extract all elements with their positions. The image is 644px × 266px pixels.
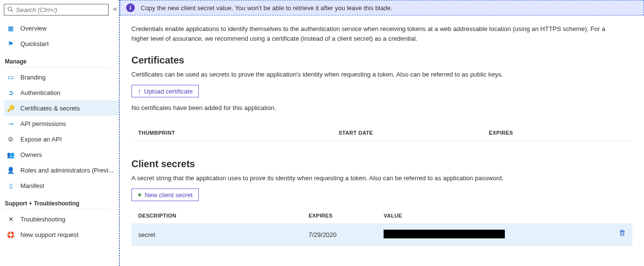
owners-icon: 👥 — [6, 151, 16, 158]
notice-text: Copy the new client secret value. You wo… — [141, 4, 392, 12]
sidebar-item-label: Authentication — [20, 89, 60, 96]
sidebar-item-label: Roles and administrators (Previ... — [20, 167, 113, 174]
col-expires: EXPIRES — [482, 125, 632, 141]
svg-line-1 — [11, 10, 13, 12]
sidebar-item-label: Manifest — [20, 182, 44, 189]
troubleshooting-icon: ✕ — [6, 216, 16, 223]
expose-api-icon: ⚙ — [6, 136, 16, 143]
certificates-empty-msg: No certificates have been added for this… — [131, 104, 632, 111]
api-permissions-icon: ⊸ — [6, 120, 16, 127]
secret-expires: 7/29/2020 — [302, 224, 377, 246]
sidebar-item-manifest[interactable]: ▯ Manifest — [4, 178, 119, 193]
sidebar-item-roles[interactable]: 👤 Roles and administrators (Previ... — [4, 162, 119, 178]
sidebar-item-label: Branding — [20, 74, 46, 81]
button-label: Upload certificate — [144, 88, 193, 95]
sidebar-item-label: API permissions — [20, 120, 66, 127]
sidebar-item-overview[interactable]: ▦ Overview — [4, 20, 119, 36]
search-input[interactable] — [16, 6, 105, 14]
col-description: DESCRIPTION — [131, 208, 302, 224]
nav-group-support: Support + Troubleshooting — [4, 193, 110, 209]
manifest-icon: ▯ — [6, 182, 16, 189]
sidebar-item-quickstart[interactable]: ⚑ Quickstart — [4, 36, 119, 51]
certificates-heading: Certificates — [131, 55, 632, 66]
intro-text: Credentials enable applications to ident… — [131, 24, 616, 43]
client-secrets-subtext: A secret string that the application use… — [131, 174, 632, 182]
collapse-sidebar-button[interactable]: « — [113, 5, 117, 13]
search-box[interactable] — [4, 4, 109, 16]
col-expires: EXPIRES — [302, 208, 377, 224]
roles-icon: 👤 — [6, 167, 16, 174]
authentication-icon: ➲ — [6, 89, 16, 96]
client-secrets-table: DESCRIPTION EXPIRES VALUE secret 7/29/20… — [131, 208, 632, 246]
sidebar-item-label: Certificates & secrets — [20, 105, 80, 112]
sidebar-item-troubleshooting[interactable]: ✕ Troubleshooting — [4, 211, 119, 227]
secret-value-cell — [377, 224, 632, 246]
search-icon — [7, 6, 13, 14]
sidebar-item-label: Owners — [20, 151, 42, 158]
main-content: i Copy the new client secret value. You … — [119, 0, 644, 266]
secret-description: secret — [131, 224, 302, 246]
quickstart-icon: ⚑ — [6, 40, 16, 47]
overview-icon: ▦ — [6, 25, 16, 32]
sidebar-item-label: Quickstart — [20, 40, 49, 47]
col-value: VALUE — [377, 208, 632, 224]
svg-rect-7 — [621, 230, 623, 231]
delete-icon[interactable] — [619, 230, 626, 238]
certificates-subtext: Certificates can be used as secrets to p… — [131, 71, 632, 78]
sidebar-item-label: Expose an API — [20, 136, 62, 143]
upload-certificate-button[interactable]: ↑ Upload certificate — [131, 85, 199, 97]
nav-group-manage: Manage — [4, 51, 110, 67]
sidebar-item-branding[interactable]: ▭ Branding — [4, 69, 119, 85]
sidebar-item-label: New support request — [20, 231, 79, 238]
key-icon: 🔑 — [6, 105, 16, 112]
sidebar-item-expose-api[interactable]: ⚙ Expose an API — [4, 131, 119, 147]
sidebar-item-new-support[interactable]: 🛟 New support request — [4, 227, 119, 242]
upload-icon: ↑ — [138, 87, 141, 95]
certificates-table: THUMBPRINT START DATE EXPIRES — [131, 125, 632, 141]
sidebar-item-authentication[interactable]: ➲ Authentication — [4, 85, 119, 100]
support-request-icon: 🛟 — [6, 231, 16, 238]
sidebar-item-certificates-secrets[interactable]: 🔑 Certificates & secrets — [4, 100, 119, 116]
plus-icon: + — [138, 191, 142, 199]
sidebar: « ▦ Overview ⚑ Quickstart Manage ▭ Brand… — [0, 0, 119, 266]
sidebar-item-label: Overview — [20, 25, 47, 32]
redacted-value — [384, 230, 505, 238]
col-start-date: START DATE — [332, 125, 482, 141]
sidebar-item-owners[interactable]: 👥 Owners — [4, 147, 119, 162]
new-client-secret-button[interactable]: + New client secret — [131, 188, 199, 201]
col-thumbprint: THUMBPRINT — [131, 125, 332, 141]
svg-point-0 — [8, 7, 12, 11]
button-label: New client secret — [145, 191, 193, 199]
info-notice: i Copy the new client secret value. You … — [120, 0, 644, 16]
sidebar-item-label: Troubleshooting — [20, 216, 65, 223]
table-row: secret 7/29/2020 — [131, 224, 632, 246]
branding-icon: ▭ — [6, 74, 16, 81]
info-icon: i — [126, 3, 135, 12]
sidebar-item-api-permissions[interactable]: ⊸ API permissions — [4, 116, 119, 131]
content-area: Credentials enable applications to ident… — [120, 16, 644, 266]
client-secrets-heading: Client secrets — [131, 158, 632, 170]
